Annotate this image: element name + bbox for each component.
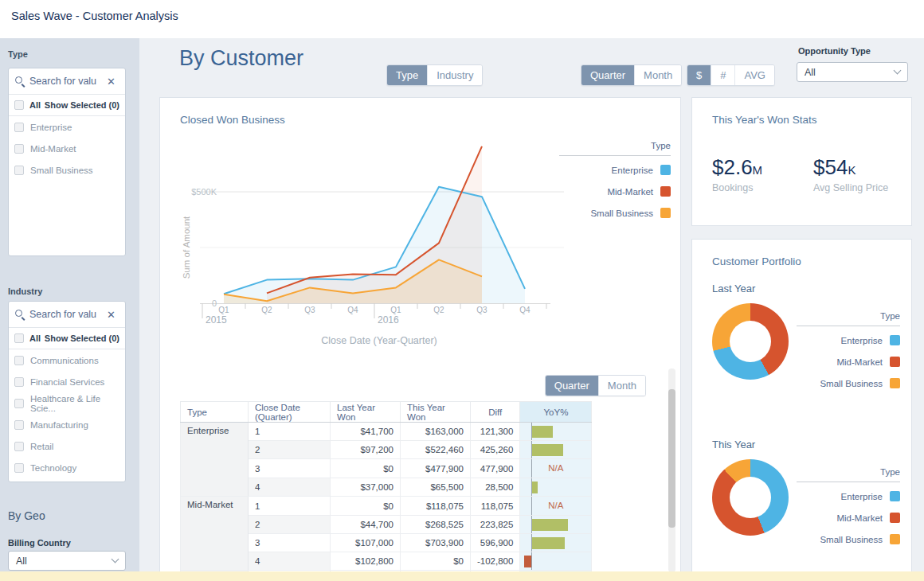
this-year-won-cell: $477,900 <box>401 459 471 478</box>
legend-label: Mid-Market <box>836 357 883 367</box>
checkbox-icon[interactable] <box>14 333 24 343</box>
checkbox-icon[interactable] <box>14 100 24 110</box>
dimension-option-type[interactable]: Type <box>387 65 427 85</box>
industry-filter-all-row[interactable]: All Show Selected (0) <box>9 328 125 349</box>
column-header-diff: Diff <box>471 402 520 423</box>
industry-filter-item-technology[interactable]: Technology <box>9 457 125 478</box>
checkbox-icon[interactable] <box>14 399 24 408</box>
industry-filter-item-retail[interactable]: Retail <box>9 435 125 457</box>
last-year-legend-item-mid-market[interactable]: Mid-Market <box>797 351 900 372</box>
this-year-legend-item-mid-market[interactable]: Mid-Market <box>797 507 900 528</box>
legend-label: Enterprise <box>612 166 653 175</box>
last-year-donut-chart[interactable] <box>712 303 789 380</box>
type-search-input[interactable] <box>29 76 103 87</box>
all-label[interactable]: All <box>29 333 41 343</box>
checkbox-icon[interactable] <box>14 463 24 473</box>
legend-swatch-mid-market <box>660 186 671 197</box>
quarter-cell: 4 <box>249 552 331 571</box>
legend-swatch-enterprise <box>660 165 671 175</box>
yoy-zero-axis <box>531 459 532 478</box>
svg-text:Q3: Q3 <box>304 306 315 314</box>
svg-text:0: 0 <box>212 298 217 308</box>
avg-selling-price-stat: $54K Avg Selling Price <box>813 155 914 193</box>
table-period-option-month[interactable]: Month <box>598 376 645 396</box>
yoy-cell <box>520 516 592 534</box>
opportunity-type-select[interactable]: All <box>797 62 908 82</box>
industry-filter-items: CommunicationsFinancial ServicesHealthca… <box>9 349 125 478</box>
industry-filter-card: ✕ All Show Selected (0) CommunicationsFi… <box>8 301 126 482</box>
quarter-cell: 4 <box>249 478 331 497</box>
legend-label: Mid-Market <box>836 513 883 523</box>
clear-search-icon[interactable]: ✕ <box>107 309 116 321</box>
billing-country-select[interactable]: All <box>8 551 126 571</box>
last-year-donut-row: TypeEnterpriseMid-MarketSmall Business <box>712 303 900 394</box>
checkbox-icon[interactable] <box>14 123 24 132</box>
column-header-yoy-: YoY% <box>520 402 592 423</box>
type-cell: Mid-Market <box>181 497 249 571</box>
industry-filter-item-financial-services[interactable]: Financial Services <box>9 371 125 392</box>
industry-filter-item-healthcare-life-scie-[interactable]: Healthcare & Life Scie... <box>9 392 125 414</box>
checkbox-icon[interactable] <box>14 356 24 365</box>
type-filter-all-row[interactable]: All Show Selected (0) <box>9 95 125 116</box>
measure-option--[interactable]: # <box>711 65 734 85</box>
last-year-legend-item-enterprise[interactable]: Enterprise <box>797 329 900 351</box>
table-period-toggle: QuarterMonth <box>545 375 646 396</box>
all-label[interactable]: All <box>29 100 41 110</box>
type-filter-item-small-business[interactable]: Small Business <box>9 159 125 181</box>
legend-label: Small Business <box>820 535 883 544</box>
filter-item-label: Small Business <box>30 166 93 175</box>
closed-won-chart[interactable]: Q1Q2Q3Q4Q1Q2Q3Q4201520160$500KSum of Amo… <box>180 140 578 355</box>
diff-cell: 118,075 <box>471 497 520 516</box>
chart-legend-item-enterprise[interactable]: Enterprise <box>559 159 671 181</box>
scrollbar-track[interactable] <box>668 368 675 572</box>
checkbox-icon[interactable] <box>14 377 24 387</box>
checkbox-icon[interactable] <box>14 442 24 451</box>
chart-legend-item-mid-market[interactable]: Mid-Market <box>559 181 671 202</box>
yoy-zero-axis <box>531 552 532 570</box>
last-year-won-cell: $37,000 <box>331 478 401 497</box>
this-year-legend-item-enterprise[interactable]: Enterprise <box>797 485 900 507</box>
checkbox-icon[interactable] <box>14 420 24 430</box>
diff-cell: 223,825 <box>471 516 520 534</box>
portfolio-title: Customer Portfolio <box>712 255 801 267</box>
scrollbar-thumb[interactable] <box>668 389 675 528</box>
diff-cell: 425,260 <box>471 441 520 459</box>
last-year-label: Last Year <box>712 283 755 294</box>
table-row-enterprise-q1[interactable]: Enterprise1$41,700$163,000121,300 <box>181 423 592 441</box>
this-year-legend-item-small-business[interactable]: Small Business <box>797 528 900 550</box>
legend-label: Enterprise <box>841 492 883 501</box>
industry-search-input[interactable] <box>29 309 103 320</box>
show-selected-link[interactable]: Show Selected (0) <box>45 100 119 110</box>
industry-filter-label: Industry <box>8 287 42 296</box>
filter-item-label: Retail <box>30 442 53 451</box>
last-year-won-cell: $41,700 <box>331 423 401 441</box>
this-year-won-cell: $118,075 <box>401 497 471 516</box>
period-option-month[interactable]: Month <box>634 65 681 85</box>
checkbox-icon[interactable] <box>14 166 24 175</box>
chart-legend-item-small-business[interactable]: Small Business <box>559 202 671 224</box>
table-period-option-quarter[interactable]: Quarter <box>546 376 598 396</box>
industry-filter-item-manufacturing[interactable]: Manufacturing <box>9 414 125 435</box>
won-stats-row: $2.6M Bookings $54K Avg Selling Price <box>712 155 914 193</box>
filter-sidebar: Type ✕ All Show Selected (0) EnterpriseM… <box>0 38 139 581</box>
yoy-table: TypeClose Date (Quarter)Last Year WonThi… <box>180 401 592 581</box>
svg-text:2015: 2015 <box>206 314 227 326</box>
measure-option--[interactable]: $ <box>687 65 711 85</box>
legend-divider <box>797 326 900 326</box>
this-year-donut-chart[interactable] <box>712 459 789 536</box>
dimension-option-industry[interactable]: Industry <box>427 65 482 85</box>
industry-filter-item-communications[interactable]: Communications <box>9 349 125 371</box>
industry-filter-search-row: ✕ <box>9 302 125 328</box>
type-filter-item-enterprise[interactable]: Enterprise <box>9 116 125 138</box>
legend-swatch-mid-market <box>890 513 900 523</box>
show-selected-link[interactable]: Show Selected (0) <box>45 333 119 343</box>
table-row-mid-market-q1[interactable]: Mid-Market1$0$118,075118,075N/A <box>181 497 592 516</box>
filter-item-label: Enterprise <box>30 123 72 132</box>
period-option-quarter[interactable]: Quarter <box>581 65 634 85</box>
checkbox-icon[interactable] <box>14 144 24 154</box>
last-year-legend-item-small-business[interactable]: Small Business <box>797 372 900 394</box>
page-title: By Customer <box>179 46 303 71</box>
measure-option-avg[interactable]: AVG <box>734 65 774 85</box>
type-filter-item-mid-market[interactable]: Mid-Market <box>9 138 125 159</box>
clear-search-icon[interactable]: ✕ <box>107 76 116 88</box>
